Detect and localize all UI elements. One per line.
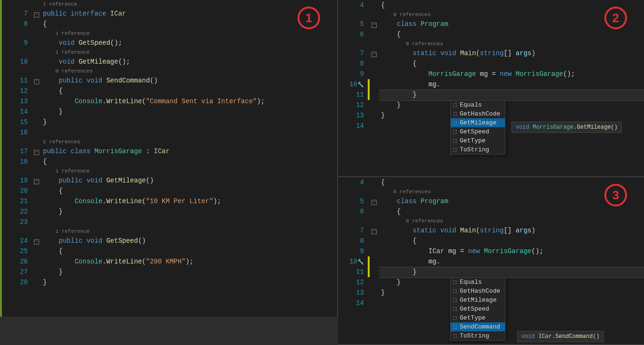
codelens-reference[interactable]: 1 reference [43, 48, 337, 57]
line-number: 26 [2, 256, 28, 267]
code-line[interactable]: static void Main(string[] args) [381, 48, 644, 58]
fold-column[interactable]: − − [370, 177, 379, 344]
code-line[interactable]: } [381, 267, 644, 277]
code-line[interactable]: mg. [381, 256, 644, 267]
line-number: 9 [338, 69, 364, 79]
method-icon: ⬚ [454, 314, 457, 321]
codelens-reference[interactable]: 0 references [381, 217, 644, 225]
code-line[interactable]: public interface ICar [43, 8, 337, 19]
code-line[interactable]: } [43, 267, 337, 277]
fold-toggle[interactable]: − [370, 196, 379, 206]
lightbulb-icon[interactable]: 🔧 [357, 259, 364, 265]
intellisense-item[interactable]: ⬚GetSpeed [451, 127, 505, 136]
intellisense-popup[interactable]: ⬚Equals⬚GetHashCode⬚GetMileage⬚GetSpeed⬚… [450, 277, 505, 341]
code-line[interactable]: { [43, 186, 337, 196]
code-line[interactable]: } [381, 90, 644, 100]
code-line[interactable]: public class MorrisGarage : ICar [43, 146, 337, 156]
annotation-badge-1: 1 [297, 7, 320, 29]
code-line[interactable]: { [381, 29, 644, 40]
code-area-1[interactable]: 1 referencepublic interface ICar{ 1 refe… [41, 0, 337, 317]
code-line[interactable]: class Program [381, 196, 644, 206]
intellisense-label: GetHashCode [460, 288, 500, 295]
code-line[interactable]: public void SendCommand() [43, 75, 337, 86]
fold-toggle[interactable]: − [32, 175, 41, 186]
fold-column[interactable]: − − [370, 0, 379, 176]
lightbulb-icon[interactable]: 🔧 [357, 82, 364, 88]
fold-toggle[interactable]: − [32, 75, 41, 86]
code-area-3[interactable]: { 0 references class Program { 0 referen… [379, 177, 644, 344]
intellisense-item[interactable]: ⬚GetHashCode [451, 287, 505, 296]
fold-toggle[interactable]: − [32, 146, 41, 156]
code-line[interactable]: } [381, 277, 644, 288]
code-line[interactable]: { [43, 246, 337, 256]
intellisense-item[interactable]: ⬚GetSpeed [451, 304, 505, 313]
intellisense-item[interactable]: ⬚GetType [451, 313, 505, 322]
code-line[interactable]: { [381, 58, 644, 69]
line-number: 10🔧 [338, 79, 364, 90]
method-icon: ⬚ [454, 146, 457, 153]
fold-toggle[interactable]: − [370, 19, 379, 29]
code-line[interactable]: void GetSpeed(); [43, 38, 337, 48]
code-line[interactable]: void GetMileage(); [43, 57, 337, 67]
line-number: 20 [2, 186, 28, 196]
code-area-2[interactable]: { 0 references class Program { 0 referen… [379, 0, 644, 176]
code-line[interactable]: MorrisGarage mg = new MorrisGarage(); [381, 69, 644, 79]
codelens-reference[interactable]: 0 references [381, 40, 644, 48]
code-line[interactable]: } [381, 110, 644, 121]
intellisense-popup[interactable]: ⬚Equals⬚GetHashCode⬚GetMileage⬚GetSpeed⬚… [450, 100, 505, 155]
code-line[interactable]: } [381, 100, 644, 110]
codelens-reference[interactable]: 0 references [43, 67, 337, 75]
fold-toggle[interactable]: − [32, 8, 41, 19]
codelens-reference[interactable]: 1 reference [43, 227, 337, 236]
code-line[interactable]: } [381, 288, 644, 298]
code-line[interactable]: { [43, 86, 337, 96]
intellisense-item[interactable]: ⬚GetMileage [451, 118, 505, 127]
codelens-reference[interactable]: 0 references [381, 188, 644, 196]
code-line[interactable]: { [381, 177, 644, 188]
intellisense-item[interactable]: ⬚GetType [451, 136, 505, 145]
fold-toggle[interactable]: − [32, 236, 41, 246]
code-line[interactable]: Console.WriteLine("Command Sent via Inte… [43, 96, 337, 107]
code-line[interactable]: Console.WriteLine("200 KMPH"); [43, 256, 337, 267]
line-number: 19 [2, 175, 28, 186]
fold-column[interactable]: − − − − − [32, 0, 41, 317]
line-number: 15 [2, 117, 28, 127]
code-line[interactable]: } [43, 117, 337, 127]
code-line[interactable]: } [43, 277, 337, 288]
fold-toggle[interactable]: − [370, 225, 379, 236]
intellisense-item[interactable]: ⬚ToString [451, 331, 505, 340]
intellisense-label: GetMileage [460, 119, 496, 126]
code-line[interactable]: static void Main(string[] args) [381, 225, 644, 236]
codelens-reference[interactable]: 1 reference [43, 0, 337, 8]
code-line[interactable]: public void GetSpeed() [43, 236, 337, 246]
intellisense-item[interactable]: ⬚Equals [451, 278, 505, 287]
code-line[interactable]: { [381, 206, 644, 217]
code-line[interactable]: Console.WriteLine("10 KM Per Liter"); [43, 196, 337, 206]
code-line[interactable]: { [381, 0, 644, 10]
codelens-reference[interactable]: 2 references [43, 138, 337, 146]
fold-toggle[interactable]: − [370, 48, 379, 58]
line-number: 7 [338, 225, 364, 236]
method-icon: ⬚ [454, 110, 457, 117]
code-line[interactable]: { [381, 236, 644, 246]
intellisense-item[interactable]: ⬚SendCommand [451, 322, 505, 331]
intellisense-item[interactable]: ⬚GetMileage [451, 296, 505, 304]
line-number: 6 [338, 206, 364, 217]
code-line[interactable]: } [43, 107, 337, 117]
line-number: 13 [2, 96, 28, 107]
intellisense-item[interactable]: ⬚Equals [451, 100, 505, 109]
line-number: 7 [2, 8, 28, 19]
code-line[interactable]: public void GetMileage() [43, 175, 337, 186]
intellisense-item[interactable]: ⬚GetHashCode [451, 109, 505, 118]
codelens-reference[interactable]: 0 references [381, 10, 644, 19]
code-line[interactable]: mg. [381, 79, 644, 90]
code-line[interactable]: class Program [381, 19, 644, 29]
codelens-reference[interactable]: 1 reference [43, 167, 337, 175]
codelens-reference[interactable]: 1 reference [43, 29, 337, 38]
code-line[interactable]: ICar mg = new MorrisGarage(); [381, 246, 644, 256]
code-line[interactable]: { [43, 19, 337, 29]
code-line[interactable]: } [43, 206, 337, 217]
line-number: 18 [2, 156, 28, 167]
intellisense-item[interactable]: ⬚ToString [451, 145, 505, 154]
code-line[interactable]: { [43, 156, 337, 167]
